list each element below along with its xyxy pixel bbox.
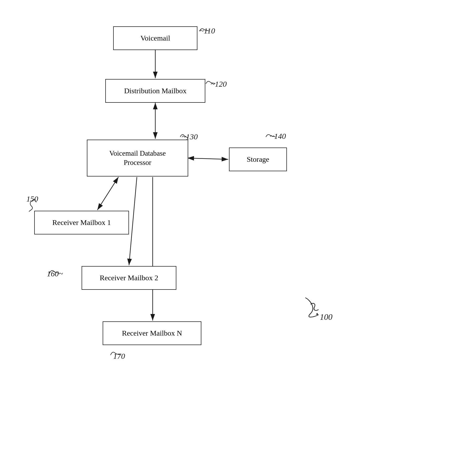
- label-170: 170: [113, 352, 125, 361]
- receiver-mailbox-2-label: Receiver Mailbox 2: [100, 273, 158, 283]
- svg-line-7: [97, 177, 118, 210]
- voicemail-db-processor-label: Voicemail DatabaseProcessor: [109, 149, 166, 167]
- distribution-mailbox-label: Distribution Mailbox: [124, 86, 186, 96]
- decorative-100-arrow: [297, 295, 329, 321]
- receiver-mailbox-n-box: Receiver Mailbox N: [103, 321, 201, 345]
- label-110: ~110: [200, 26, 215, 35]
- svg-line-6: [187, 158, 228, 159]
- receiver-mailbox-2-box: Receiver Mailbox 2: [82, 266, 176, 290]
- svg-line-8: [129, 177, 137, 265]
- label-140: ~140: [270, 132, 286, 141]
- storage-label: Storage: [247, 155, 269, 164]
- label-120: ~120: [211, 80, 227, 89]
- decorative-150-curly: [25, 197, 41, 213]
- receiver-mailbox-n-label: Receiver Mailbox N: [122, 328, 182, 338]
- diagram-arrows: [0, 0, 473, 476]
- voicemail-label: Voicemail: [140, 33, 170, 43]
- storage-box: Storage: [229, 148, 287, 171]
- voicemail-db-processor-box: Voicemail DatabaseProcessor: [87, 140, 188, 176]
- distribution-mailbox-box: Distribution Mailbox: [105, 79, 205, 103]
- voicemail-box: Voicemail: [113, 26, 197, 50]
- receiver-mailbox-1-label: Receiver Mailbox 1: [52, 218, 111, 227]
- diagram-container: Voicemail Distribution Mailbox Voicemail…: [0, 0, 473, 476]
- svg-marker-10: [316, 313, 318, 315]
- label-130: ~130: [182, 132, 198, 141]
- label-160: 160~: [47, 269, 63, 278]
- receiver-mailbox-1-box: Receiver Mailbox 1: [34, 211, 129, 234]
